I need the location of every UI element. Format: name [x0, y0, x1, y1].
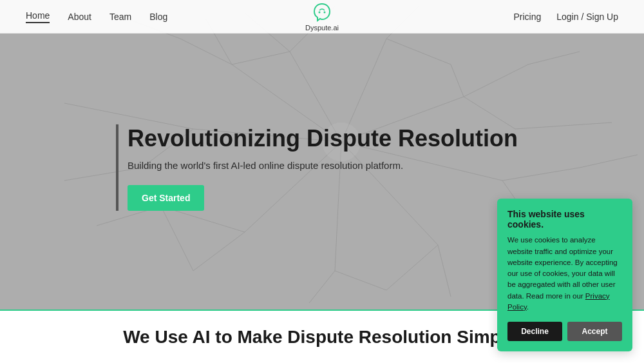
svg-point-1: [323, 12, 325, 14]
accept-button[interactable]: Accept: [567, 322, 622, 341]
hero-title: Revolutionizing Dispute Resolution: [128, 124, 518, 152]
hero-subtitle: Building the world's first AI-led online…: [128, 160, 518, 171]
logo-icon: [311, 1, 333, 23]
nav-about[interactable]: About: [68, 12, 91, 22]
nav-login[interactable]: Login / Sign Up: [556, 12, 618, 22]
cookie-body: We use cookies to analyze website traffi…: [507, 235, 622, 313]
svg-point-0: [318, 12, 320, 14]
decline-button[interactable]: Decline: [507, 322, 562, 341]
navbar: Home About Team Blog Dyspute.ai Pricing …: [0, 0, 644, 34]
nav-home[interactable]: Home: [26, 10, 50, 23]
nav-right: Pricing Login / Sign Up: [513, 12, 618, 22]
cookie-buttons: Decline Accept: [507, 322, 622, 341]
hero-content: Revolutionizing Dispute Resolution Build…: [0, 124, 518, 211]
cookie-title: This website uses cookies.: [507, 209, 622, 230]
hero-text-block: Revolutionizing Dispute Resolution Build…: [116, 124, 518, 211]
cookie-banner: This website uses cookies. We use cookie…: [497, 199, 632, 351]
bottom-heading: We Use AI to Make Dispute Resolution Sim…: [123, 327, 521, 348]
nav-left: Home About Team Blog: [26, 10, 167, 23]
nav-pricing[interactable]: Pricing: [513, 12, 541, 22]
logo[interactable]: Dyspute.ai: [305, 1, 339, 32]
logo-text: Dyspute.ai: [305, 24, 339, 32]
nav-blog[interactable]: Blog: [149, 12, 167, 22]
get-started-button[interactable]: Get Started: [128, 185, 204, 211]
nav-team[interactable]: Team: [109, 12, 131, 22]
